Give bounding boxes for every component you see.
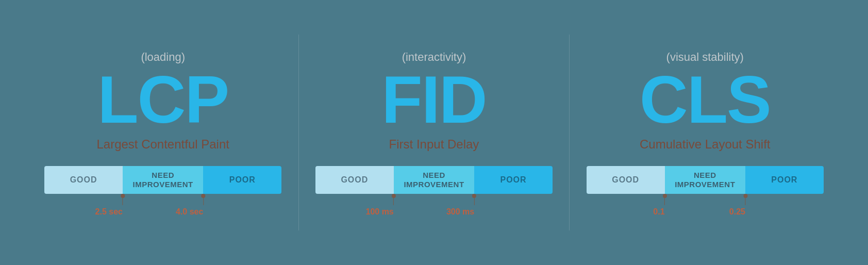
cls-label-1: 0.1 bbox=[653, 207, 664, 217]
divider-2 bbox=[569, 35, 570, 230]
fid-acronym: FID bbox=[381, 66, 486, 133]
lcp-poor-segment: POOR bbox=[203, 166, 281, 194]
lcp-label-2: 4.0 sec bbox=[176, 207, 203, 217]
lcp-good-segment: GOOD bbox=[44, 166, 123, 194]
fid-label-1: 100 ms bbox=[366, 207, 394, 217]
lcp-card: (loading) LCP Largest Contentful Paint G… bbox=[34, 51, 292, 214]
lcp-dot-2 bbox=[201, 194, 205, 198]
fid-line-2 bbox=[474, 198, 475, 205]
fid-bar-container: GOOD NEEDIMPROVEMENT POOR 100 ms bbox=[315, 166, 553, 214]
fid-line-1 bbox=[393, 198, 394, 205]
cls-good-segment: GOOD bbox=[587, 166, 665, 194]
cls-markers: 0.1 0.25 bbox=[587, 194, 824, 214]
lcp-marker-2: 4.0 sec bbox=[190, 194, 217, 217]
fid-card: (interactivity) FID First Input Delay GO… bbox=[305, 51, 563, 214]
fid-marker-1: 100 ms bbox=[380, 194, 408, 217]
lcp-bar: GOOD NEEDIMPROVEMENT POOR bbox=[44, 166, 281, 194]
main-container: (loading) LCP Largest Contentful Paint G… bbox=[0, 24, 868, 241]
cls-card: (visual stability) CLS Cumulative Layout… bbox=[576, 51, 834, 214]
fid-markers: 100 ms 300 ms bbox=[315, 194, 553, 214]
fid-label-2: 300 ms bbox=[446, 207, 474, 217]
lcp-markers: 2.5 sec 4.0 sec bbox=[44, 194, 281, 214]
cls-bar: GOOD NEEDIMPROVEMENT POOR bbox=[587, 166, 824, 194]
fid-poor-segment: POOR bbox=[474, 166, 553, 194]
lcp-line-1 bbox=[122, 198, 123, 205]
cls-marker-2: 0.25 bbox=[737, 194, 753, 217]
cls-poor-segment: POOR bbox=[745, 166, 824, 194]
lcp-marker-1: 2.5 sec bbox=[109, 194, 136, 217]
cls-dot-1 bbox=[663, 194, 667, 198]
cls-label-2: 0.25 bbox=[729, 207, 745, 217]
lcp-name: Largest Contentful Paint bbox=[96, 137, 229, 152]
fid-bar: GOOD NEEDIMPROVEMENT POOR bbox=[315, 166, 553, 194]
lcp-label-1: 2.5 sec bbox=[95, 207, 123, 217]
fid-marker-2: 300 ms bbox=[460, 194, 488, 217]
fid-good-segment: GOOD bbox=[315, 166, 394, 194]
lcp-bar-container: GOOD NEEDIMPROVEMENT POOR 2.5 sec bbox=[44, 166, 281, 214]
divider-1 bbox=[298, 35, 299, 230]
cls-need-segment: NEEDIMPROVEMENT bbox=[665, 166, 745, 194]
fid-dot-1 bbox=[392, 194, 396, 198]
lcp-need-segment: NEEDIMPROVEMENT bbox=[123, 166, 203, 194]
fid-name: First Input Delay bbox=[389, 137, 479, 152]
cls-marker-1: 0.1 bbox=[659, 194, 670, 217]
cls-dot-2 bbox=[743, 194, 747, 198]
cls-line-2 bbox=[745, 198, 745, 205]
cls-line-1 bbox=[664, 198, 665, 205]
cls-bar-container: GOOD NEEDIMPROVEMENT POOR 0.1 bbox=[587, 166, 824, 214]
lcp-line-2 bbox=[203, 198, 204, 205]
fid-dot-2 bbox=[472, 194, 476, 198]
fid-need-segment: NEEDIMPROVEMENT bbox=[394, 166, 474, 194]
lcp-acronym: LCP bbox=[97, 66, 228, 133]
cls-name: Cumulative Layout Shift bbox=[640, 137, 770, 152]
cls-acronym: CLS bbox=[640, 66, 771, 133]
lcp-dot-1 bbox=[121, 194, 125, 198]
